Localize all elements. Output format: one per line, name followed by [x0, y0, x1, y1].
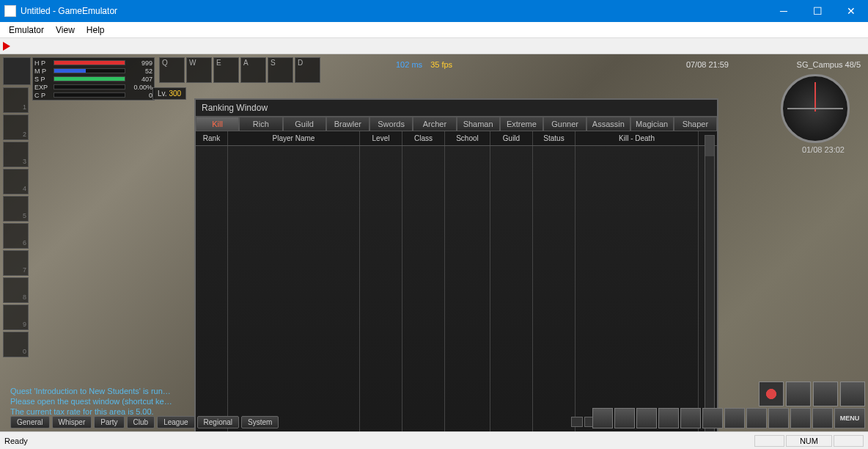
menu-emulator[interactable]: Emulator: [3, 23, 50, 37]
ranking-body: [196, 146, 717, 431]
menu-button[interactable]: MENU: [834, 408, 865, 428]
ranking-tabs: KillRichGuildBrawlerSwordsArcherShamanEx…: [196, 117, 717, 131]
ranking-header[interactable]: Rank: [196, 131, 228, 145]
window-title: Untitled - GameEmulator: [21, 6, 767, 16]
skill-slot-d[interactable]: D: [295, 57, 320, 83]
chat-tab[interactable]: Regional: [197, 416, 239, 428]
status-ready: Ready: [4, 437, 753, 445]
quick-slot[interactable]: 0: [3, 332, 29, 357]
bottom-icon[interactable]: [790, 408, 811, 428]
quick-slot[interactable]: 1: [3, 87, 29, 113]
ranking-tab[interactable]: Kill: [196, 117, 239, 131]
chat-tab[interactable]: Party: [94, 416, 124, 428]
quick-slots: 1 2 3 4 5 6 7 8 9 0: [3, 87, 29, 357]
ranking-header[interactable]: Guild: [490, 131, 533, 145]
skill-slot-q[interactable]: Q: [159, 57, 185, 83]
chat-tab[interactable]: System: [241, 416, 279, 428]
action-icon[interactable]: [840, 382, 865, 406]
hp-label: H P: [34, 59, 54, 67]
ranking-tab[interactable]: Extreme: [500, 117, 543, 131]
quick-slot[interactable]: 7: [3, 250, 29, 276]
quick-slot[interactable]: 6: [3, 223, 29, 249]
quick-slot[interactable]: 9: [3, 304, 29, 330]
exp-value: 0.00%: [128, 84, 152, 91]
toolbar: [0, 38, 868, 54]
bottom-icon[interactable]: [658, 408, 679, 428]
bottom-icon[interactable]: [768, 408, 789, 428]
maximize-button[interactable]: ☐: [801, 0, 834, 22]
close-button[interactable]: ✕: [834, 0, 868, 22]
chat-tab[interactable]: Whisper: [52, 416, 92, 428]
quick-slot[interactable]: 3: [3, 142, 29, 167]
bottom-icon[interactable]: [592, 408, 613, 428]
skill-slot-s[interactable]: S: [268, 57, 293, 83]
game-viewport[interactable]: H P999 M P52 S P407 EXP0.00% C P0 Q W E …: [0, 54, 868, 431]
ranking-tab[interactable]: Rich: [239, 117, 282, 131]
play-icon[interactable]: [3, 42, 10, 51]
ranking-column: [196, 146, 228, 431]
ranking-tab[interactable]: Shaper: [674, 117, 717, 131]
ranking-column: [360, 146, 402, 431]
ranking-tab[interactable]: Magician: [630, 117, 674, 131]
quick-slot[interactable]: 5: [3, 196, 29, 222]
skill-slot-e[interactable]: E: [213, 57, 239, 83]
skill-slot-a[interactable]: A: [240, 57, 266, 83]
chat-line: Quest 'Introduction to New Students' is …: [10, 386, 172, 396]
bottom-icon[interactable]: [680, 408, 701, 428]
cp-bar: [54, 92, 125, 98]
skill-slot-w[interactable]: W: [186, 57, 212, 83]
bottom-icon[interactable]: [702, 408, 723, 428]
ranking-column: [228, 146, 360, 431]
chat-tab[interactable]: Club: [127, 416, 155, 428]
cp-value: 0: [128, 92, 152, 99]
ranking-scrollbar[interactable]: [705, 135, 715, 431]
ranking-window: Ranking Window KillRichGuildBrawlerSword…: [194, 98, 718, 431]
sp-value: 407: [128, 76, 152, 83]
bottom-icon[interactable]: [812, 408, 833, 428]
bottom-icon[interactable]: [614, 408, 635, 428]
menu-help[interactable]: Help: [81, 23, 111, 37]
ranking-tab[interactable]: Archer: [413, 117, 456, 131]
ranking-tab[interactable]: Shaman: [457, 117, 500, 131]
ranking-tab[interactable]: Brawler: [326, 117, 369, 131]
minimize-button[interactable]: ─: [767, 0, 801, 22]
performance-indicator: 102 ms 35 fps: [396, 60, 452, 69]
compass[interactable]: [781, 74, 850, 143]
ranking-header[interactable]: Class: [402, 131, 445, 145]
quick-slot[interactable]: 4: [3, 169, 29, 194]
player-portrait[interactable]: [3, 57, 31, 85]
ranking-tab[interactable]: Assassin: [586, 117, 630, 131]
action-icon[interactable]: [786, 382, 811, 406]
ranking-tab[interactable]: Gunner: [543, 117, 586, 131]
statusbar: Ready NUM: [0, 431, 868, 449]
bottom-icon[interactable]: [746, 408, 767, 428]
menu-view[interactable]: View: [50, 23, 81, 37]
ranking-header[interactable]: Player Name: [228, 131, 360, 145]
hp-bar: [54, 60, 125, 65]
ranking-headers: RankPlayer NameLevelClassSchoolGuildStat…: [196, 131, 717, 146]
exp-bar: [54, 84, 125, 90]
map-location: SG_Campus 48/5: [797, 60, 861, 69]
arrow-left-icon[interactable]: [571, 417, 583, 427]
ranking-column: [490, 146, 533, 431]
latency-value: 102 ms: [396, 60, 422, 69]
bottom-icon[interactable]: [636, 408, 657, 428]
action-icon[interactable]: [813, 382, 838, 406]
bottom-icon[interactable]: [724, 408, 745, 428]
ranking-tab[interactable]: Guild: [283, 117, 326, 131]
ranking-column: [445, 146, 490, 431]
chat-line: The current tax rate for this area is 5.…: [10, 406, 172, 417]
record-icon[interactable]: [759, 382, 784, 406]
ranking-header[interactable]: Level: [360, 131, 402, 145]
chat-tab[interactable]: League: [157, 416, 194, 428]
sp-label: S P: [34, 76, 54, 83]
ranking-tab[interactable]: Swords: [369, 117, 413, 131]
quick-slot[interactable]: 2: [3, 114, 29, 140]
ranking-header[interactable]: School: [445, 131, 490, 145]
level-indicator: Lv. 300: [152, 87, 186, 100]
status-cell-empty: [754, 435, 784, 447]
chat-tab[interactable]: General: [10, 416, 50, 428]
ranking-header[interactable]: Status: [533, 131, 575, 145]
quick-slot[interactable]: 8: [3, 277, 29, 303]
ranking-header[interactable]: Kill - Death: [575, 131, 699, 145]
